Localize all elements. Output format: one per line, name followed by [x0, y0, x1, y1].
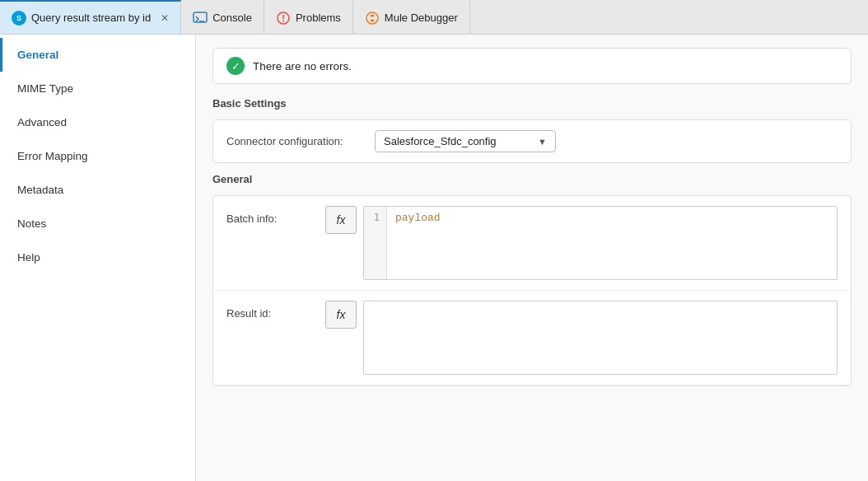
sidebar-item-advanced[interactable]: Advanced — [0, 105, 195, 139]
result-id-fx-button[interactable]: fx — [325, 301, 357, 329]
tab-label: Query result stream by id — [31, 12, 151, 24]
connector-config-value: Salesforce_Sfdc_config — [384, 135, 497, 147]
sidebar-item-help[interactable]: Help — [0, 240, 195, 274]
success-icon: ✓ — [226, 57, 245, 75]
basic-settings-box: Connector configuration: Salesforce_Sfdc… — [212, 119, 852, 163]
batch-info-label: Batch info: — [226, 206, 325, 225]
connector-config-row: Connector configuration: Salesforce_Sfdc… — [213, 120, 851, 162]
tab-close-button[interactable]: ✕ — [161, 12, 169, 24]
connector-config-control: Salesforce_Sfdc_config ▼ — [375, 130, 838, 152]
tab-bar: S Query result stream by id ✕ Console Pr… — [0, 0, 868, 35]
tab-problems-label: Problems — [296, 12, 341, 24]
batch-info-fx-button[interactable]: fx — [325, 206, 357, 234]
tab-console-label: Console — [212, 12, 252, 24]
tab-mule-debugger[interactable]: Mule Debugger — [353, 0, 470, 34]
problems-icon — [276, 11, 291, 26]
result-id-value[interactable] — [364, 301, 837, 374]
sidebar-item-metadata[interactable]: Metadata — [0, 173, 195, 207]
general-section-title: General — [212, 173, 852, 185]
sidebar-item-notes[interactable]: Notes — [0, 207, 195, 240]
svg-point-5 — [366, 12, 378, 24]
basic-settings-title: Basic Settings — [212, 97, 852, 110]
result-id-editor[interactable] — [363, 301, 838, 375]
status-message: There are no errors. — [253, 60, 352, 72]
general-section-box: Batch info: fx 1 payload Result id: fx — [212, 195, 852, 386]
connector-config-label: Connector configuration: — [226, 135, 375, 147]
tab-mule-debugger-label: Mule Debugger — [385, 12, 458, 24]
tab-query-result[interactable]: S Query result stream by id ✕ — [0, 0, 181, 34]
sidebar-item-mime-type[interactable]: MIME Type — [0, 72, 195, 105]
result-id-row: Result id: fx — [213, 291, 851, 385]
salesforce-icon: S — [12, 11, 26, 26]
sidebar-item-error-mapping[interactable]: Error Mapping — [0, 139, 195, 173]
tab-problems[interactable]: Problems — [264, 0, 353, 34]
mule-debugger-icon — [365, 11, 380, 26]
tab-console[interactable]: Console — [181, 0, 264, 34]
svg-rect-0 — [194, 12, 207, 22]
connector-config-dropdown[interactable]: Salesforce_Sfdc_config ▼ — [375, 130, 556, 152]
batch-info-control: fx 1 payload — [325, 206, 838, 280]
result-id-label: Result id: — [226, 301, 325, 320]
batch-info-row: Batch info: fx 1 payload — [213, 196, 851, 291]
batch-info-value[interactable]: payload — [387, 207, 837, 279]
sidebar: General MIME Type Advanced Error Mapping… — [0, 35, 196, 481]
batch-info-editor[interactable]: 1 payload — [363, 206, 838, 280]
sidebar-item-general[interactable]: General — [0, 38, 195, 72]
line-number: 1 — [364, 207, 387, 279]
chevron-down-icon: ▼ — [538, 137, 547, 147]
console-icon — [193, 11, 208, 26]
main-layout: General MIME Type Advanced Error Mapping… — [0, 35, 868, 481]
content-area: ✓ There are no errors. Basic Settings Co… — [196, 35, 868, 481]
status-bar: ✓ There are no errors. — [212, 48, 852, 84]
result-id-control: fx — [325, 301, 838, 375]
svg-point-4 — [282, 20, 284, 21]
